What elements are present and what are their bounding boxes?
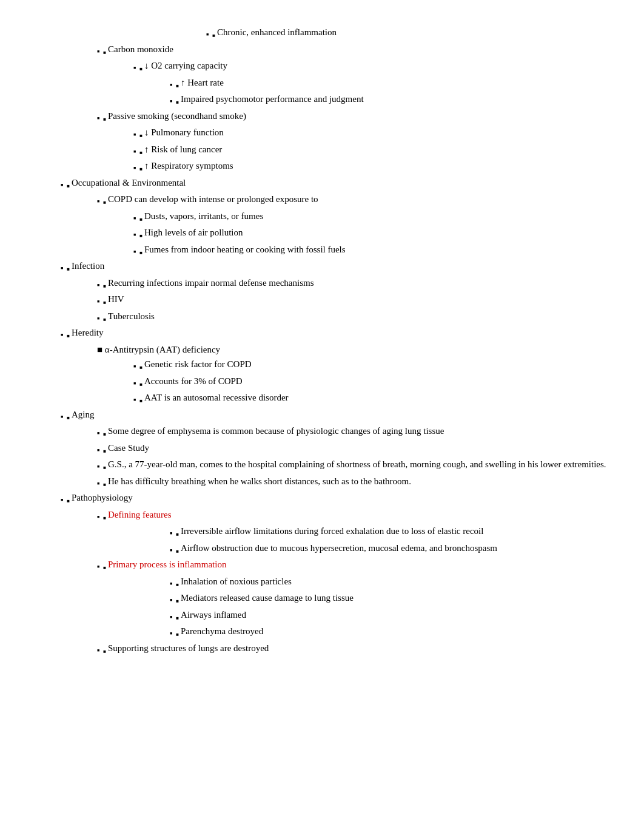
- bullet-marker: ■: [170, 92, 181, 108]
- list-item: ■Fumes from indoor heating or cooking wi…: [36, 243, 608, 259]
- bullet-marker: ■: [97, 458, 108, 473]
- item-text: Primary process is inflammation: [108, 558, 608, 572]
- list-item: ■Genetic risk factor for COPD: [36, 357, 608, 373]
- item-text: COPD can develop with intense or prolong…: [108, 192, 608, 206]
- bullet-marker: ■: [97, 424, 108, 440]
- item-text: He has difficulty breathing when he walk…: [108, 475, 608, 488]
- bullet-marker: ■: [61, 259, 72, 275]
- bullet-marker: ■: [133, 143, 144, 158]
- list-item: ■Primary process is inflammation: [36, 558, 608, 573]
- bullet-marker: ■: [170, 608, 181, 624]
- list-item: ■ α-Antitrypsin (AAT) deficiency: [36, 343, 608, 357]
- bullet-marker: ■: [97, 475, 108, 490]
- list-item: ■HIV: [36, 292, 608, 308]
- item-text: Case Study: [108, 441, 608, 455]
- item-text: ↓ O2 carrying capacity: [144, 59, 608, 73]
- item-text: HIV: [108, 292, 608, 306]
- bullet-marker: ■: [97, 276, 108, 292]
- bullet-marker: ■: [97, 42, 108, 58]
- list-item: ■High levels of air pollution: [36, 226, 608, 242]
- list-item: ■Parenchyma destroyed: [36, 624, 608, 640]
- bullet-marker: ■: [133, 357, 144, 373]
- list-item: ■Impaired psychomotor performance and ju…: [36, 92, 608, 108]
- list-item: ■↓ Pulmonary function: [36, 126, 608, 141]
- item-text: Inhalation of noxious particles: [181, 575, 608, 589]
- outline-list: ■Chronic, enhanced inflammation■Carbon m…: [36, 25, 608, 657]
- list-item: ■↑ Risk of lung cancer: [36, 143, 608, 158]
- bullet-marker: ■: [97, 558, 108, 573]
- item-text: Some degree of emphysema is common becau…: [108, 424, 608, 438]
- list-item: ■Inhalation of noxious particles: [36, 575, 608, 590]
- list-item: ■Occupational & Environmental: [36, 176, 608, 192]
- item-text: Genetic risk factor for COPD: [144, 357, 608, 371]
- list-item: ■Some degree of emphysema is common beca…: [36, 424, 608, 440]
- item-text: Recurring infections impair normal defen…: [108, 276, 608, 290]
- item-text: Parenchyma destroyed: [181, 624, 608, 638]
- list-item: ■He has difficulty breathing when he wal…: [36, 475, 608, 490]
- item-text: Passive smoking (secondhand smoke): [108, 109, 608, 123]
- bullet-marker: ■: [133, 159, 144, 175]
- item-text: Airflow obstruction due to mucous hypers…: [181, 541, 608, 555]
- list-item: ■Tuberculosis: [36, 309, 608, 325]
- item-text: ↑ Heart rate: [181, 76, 608, 90]
- item-text: ↑ Respiratory symptoms: [144, 159, 608, 173]
- item-text: Defining features: [108, 508, 608, 522]
- bullet-marker: ■: [170, 624, 181, 640]
- item-text: Pathophysiology: [72, 491, 608, 505]
- list-item: ■Supporting structures of lungs are dest…: [36, 641, 608, 657]
- list-item: ■Carbon monoxide: [36, 42, 608, 58]
- list-item: ■Recurring infections impair normal defe…: [36, 276, 608, 292]
- bullet-marker: ■: [170, 541, 181, 557]
- list-item: ■Aging: [36, 408, 608, 424]
- bullet-marker: ■: [206, 25, 217, 41]
- item-text: G.S., a 77-year-old man, comes to the ho…: [108, 458, 608, 472]
- item-text: AAT is an autosomal recessive disorder: [144, 391, 608, 405]
- bullet-marker: ■: [97, 441, 108, 457]
- item-text: Supporting structures of lungs are destr…: [108, 641, 608, 655]
- item-text: High levels of air pollution: [144, 226, 608, 240]
- bullet-marker: ■: [97, 292, 108, 308]
- bullet-marker: ■: [97, 309, 108, 325]
- item-text: Aging: [72, 408, 608, 422]
- item-text: Impaired psychomotor performance and jud…: [181, 92, 608, 106]
- list-item: ■Accounts for 3% of COPD: [36, 374, 608, 390]
- list-item: ■COPD can develop with intense or prolon…: [36, 192, 608, 208]
- bullet-marker: ■: [133, 209, 144, 225]
- bullet-marker: ■: [133, 59, 144, 75]
- list-item: ■Airflow obstruction due to mucous hyper…: [36, 541, 608, 557]
- bullet-marker: ■: [61, 491, 72, 507]
- bullet-marker: ■: [170, 76, 181, 92]
- list-item: ■Passive smoking (secondhand smoke): [36, 109, 608, 125]
- bullet-marker: ■: [170, 591, 181, 607]
- item-text: Irreversible airflow limitations during …: [181, 524, 608, 538]
- item-text: Airways inflamed: [181, 608, 608, 622]
- item-text: ↓ Pulmonary function: [144, 126, 608, 140]
- bullet-marker: ■: [133, 391, 144, 407]
- bullet-marker: ■: [133, 243, 144, 259]
- item-text: ■ α-Antitrypsin (AAT) deficiency: [97, 345, 220, 354]
- list-item: ■Pathophysiology: [36, 491, 608, 507]
- bullet-marker: ■: [61, 326, 72, 342]
- item-text: Occupational & Environmental: [72, 176, 608, 190]
- bullet-marker: ■: [97, 641, 108, 657]
- list-item: ■Irreversible airflow limitations during…: [36, 524, 608, 540]
- bullet-marker: ■: [97, 508, 108, 524]
- item-text: ↑ Risk of lung cancer: [144, 143, 608, 157]
- item-text: Tuberculosis: [108, 309, 608, 323]
- bullet-marker: ■: [170, 575, 181, 590]
- bullet-marker: ■: [133, 226, 144, 242]
- list-item: ■G.S., a 77-year-old man, comes to the h…: [36, 458, 608, 473]
- item-text: Accounts for 3% of COPD: [144, 374, 608, 388]
- item-text: Heredity: [72, 326, 608, 340]
- list-item: ■Infection: [36, 259, 608, 275]
- item-text: Fumes from indoor heating or cooking wit…: [144, 243, 608, 257]
- item-text: Carbon monoxide: [108, 42, 608, 56]
- list-item: ■Heredity: [36, 326, 608, 342]
- list-item: ■↑ Heart rate: [36, 76, 608, 92]
- list-item: ■Case Study: [36, 441, 608, 457]
- list-item: ■↓ O2 carrying capacity: [36, 59, 608, 75]
- bullet-marker: ■: [133, 126, 144, 141]
- bullet-marker: ■: [170, 524, 181, 540]
- item-text: Dusts, vapors, irritants, or fumes: [144, 209, 608, 223]
- item-text: Mediators released cause damage to lung …: [181, 591, 608, 605]
